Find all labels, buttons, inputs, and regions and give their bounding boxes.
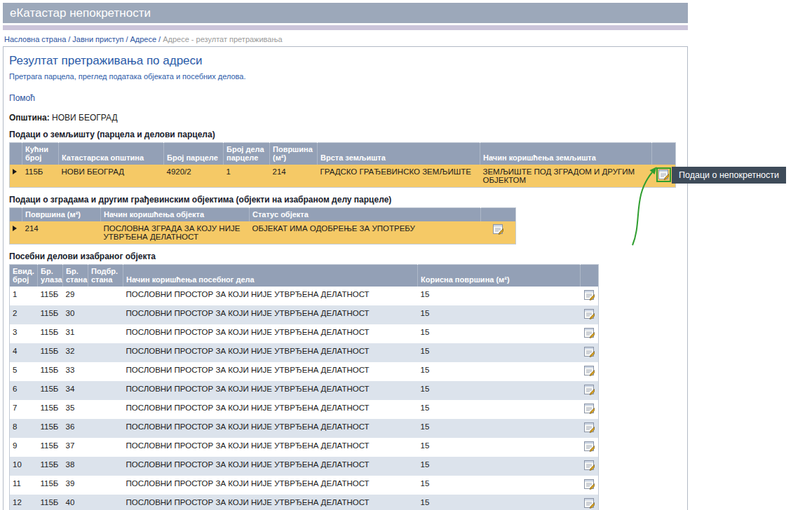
property-details-icon[interactable] (584, 404, 595, 414)
details-cell (581, 362, 599, 381)
evid-number-cell: 9 (10, 438, 38, 457)
part-usage-cell: ПОСЛОВНИ ПРОСТОР ЗА КОЈИ НИЈЕ УТВРЂЕНА Д… (123, 495, 418, 510)
property-details-icon[interactable] (584, 290, 595, 301)
property-details-icon[interactable] (584, 441, 595, 452)
evid-number-cell: 5 (10, 362, 38, 381)
buildings-table-header-row: Површина (м²) Начин коришћења објекта Ст… (10, 208, 516, 222)
selector-column-header (10, 208, 22, 222)
selector-column-header (10, 143, 22, 165)
parts-table-row[interactable]: 1 115Б 29 ПОСЛОВНИ ПРОСТОР ЗА КОЈИ НИЈЕ … (10, 287, 599, 305)
land-table-row[interactable]: 115Б НОВИ БЕОГРАД 4920/2 1 214 ГРАДСКО Г… (10, 165, 676, 188)
part-usage-cell: ПОСЛОВНИ ПРОСТОР ЗА КОЈИ НИЈЕ УТВРЂЕНА Д… (123, 438, 418, 457)
breadcrumb-current: Адресе - резултат претраживања (163, 35, 282, 43)
property-details-icon[interactable] (658, 170, 669, 180)
apartment-subnumber-cell (88, 400, 123, 419)
usable-area-cell: 15 (418, 381, 581, 400)
municipality-value: НОВИ БЕОГРАД (52, 113, 117, 123)
land-table-header-row: Кућни број Катастарска општина Број парц… (10, 143, 676, 165)
parts-table-header-row: Евид. број Бр. улаза Бр. стана Подбр. ст… (10, 265, 599, 287)
column-header: Начин коришћења земљишта (480, 143, 652, 165)
column-header: Бр. стана (63, 265, 88, 287)
parts-table-row[interactable]: 7 115Б 35 ПОСЛОВНИ ПРОСТОР ЗА КОЈИ НИЈЕ … (10, 400, 599, 419)
help-link[interactable]: Помоћ (9, 93, 35, 103)
evid-number-cell: 8 (10, 419, 38, 438)
apartment-subnumber-cell (88, 343, 123, 362)
buildings-table: Површина (м²) Начин коришћења објекта Ст… (9, 207, 516, 244)
property-details-icon[interactable] (584, 498, 595, 509)
column-header: Статус објекта (250, 208, 481, 222)
building-status-cell: ОБЈЕКАТ ИМА ОДОБРЕЊЕ ЗА УПОТРЕБУ (250, 221, 481, 244)
annotation-tooltip: Подаци о непокретности (672, 167, 786, 184)
details-cell (481, 221, 516, 244)
property-details-icon[interactable] (584, 309, 595, 319)
row-selector-cell (10, 165, 22, 188)
property-details-icon[interactable] (584, 422, 595, 433)
property-details-icon[interactable] (584, 460, 595, 471)
page-title: Резултат претраживања по адреси (9, 54, 682, 68)
details-cell (581, 381, 599, 400)
apartment-number-cell: 31 (63, 324, 88, 343)
municipality-label: Општина: (9, 113, 50, 123)
parts-table-row[interactable]: 8 115Б 36 ПОСЛОВНИ ПРОСТОР ЗА КОЈИ НИЈЕ … (10, 419, 599, 438)
land-usage-cell: ЗЕМЉИШТЕ ПОД ЗГРАДОМ И ДРУГИМ ОБЈЕКТОМ (480, 165, 652, 188)
apartment-number-cell: 29 (63, 287, 88, 305)
evid-number-cell: 4 (10, 343, 38, 362)
property-details-icon[interactable] (493, 224, 503, 235)
buildings-table-row[interactable]: 214 ПОСЛОВНА ЗГРАДА ЗА КОЈУ НИЈЕ УТВРЂЕН… (10, 221, 516, 244)
parts-table-row[interactable]: 6 115Б 34 ПОСЛОВНИ ПРОСТОР ЗА КОЈИ НИЈЕ … (10, 381, 599, 400)
parts-table-row[interactable]: 3 115Б 31 ПОСЛОВНИ ПРОСТОР ЗА КОЈИ НИЈЕ … (10, 324, 599, 343)
breadcrumb-separator: / (126, 35, 128, 43)
parcel-part-number-cell: 1 (224, 165, 270, 188)
parts-table-row[interactable]: 4 115Б 32 ПОСЛОВНИ ПРОСТОР ЗА КОЈИ НИЈЕ … (10, 343, 599, 362)
column-header: Корисна површина (м²) (418, 265, 581, 287)
apartment-subnumber-cell (88, 305, 123, 324)
parts-table-row[interactable]: 9 115Б 37 ПОСЛОВНИ ПРОСТОР ЗА КОЈИ НИЈЕ … (10, 438, 599, 457)
apartment-subnumber-cell (88, 495, 123, 510)
cadastral-municipality-cell: НОВИ БЕОГРАД (59, 165, 164, 188)
property-details-icon[interactable] (584, 366, 595, 376)
buildings-section-title: Подаци о зградама и другим грађевинским … (9, 195, 682, 205)
apartment-number-cell: 34 (63, 381, 88, 400)
details-cell (581, 476, 599, 495)
area-cell: 214 (270, 165, 318, 188)
breadcrumb-link-public-access[interactable]: Јавни приступ (72, 35, 123, 43)
usable-area-cell: 15 (418, 438, 581, 457)
apartment-subnumber-cell (88, 457, 123, 476)
breadcrumb-link-addresses[interactable]: Адресе (130, 35, 156, 43)
parts-table-row[interactable]: 5 115Б 33 ПОСЛОВНИ ПРОСТОР ЗА КОЈИ НИЈЕ … (10, 362, 599, 381)
row-selected-icon (13, 226, 17, 231)
parts-table-row[interactable]: 10 115Б 38 ПОСЛОВНИ ПРОСТОР ЗА КОЈИ НИЈЕ… (10, 457, 599, 476)
apartment-number-cell: 37 (63, 438, 88, 457)
property-details-icon[interactable] (584, 479, 595, 490)
evid-number-cell: 7 (10, 400, 38, 419)
entrance-number-cell: 115Б (38, 495, 63, 510)
land-section-title: Подаци о земљишту (парцела и делови парц… (9, 130, 682, 139)
property-details-icon[interactable] (584, 347, 595, 357)
apartment-number-cell: 32 (63, 343, 88, 362)
details-cell (581, 305, 599, 324)
evid-number-cell: 10 (10, 457, 38, 476)
evid-number-cell: 1 (10, 287, 38, 305)
usable-area-cell: 15 (418, 287, 581, 305)
apartment-number-cell: 36 (63, 419, 88, 438)
breadcrumb-link-home[interactable]: Насловна страна (4, 35, 66, 43)
usable-area-cell: 15 (418, 457, 581, 476)
apartment-subnumber-cell (88, 362, 123, 381)
part-usage-cell: ПОСЛОВНИ ПРОСТОР ЗА КОЈИ НИЈЕ УТВРЂЕНА Д… (123, 457, 418, 476)
usable-area-cell: 15 (418, 343, 581, 362)
parts-table: Евид. број Бр. улаза Бр. стана Подбр. ст… (9, 264, 599, 510)
parts-table-row[interactable]: 2 115Б 30 ПОСЛОВНИ ПРОСТОР ЗА КОЈИ НИЈЕ … (10, 305, 599, 324)
apartment-subnumber-cell (88, 381, 123, 400)
property-details-icon[interactable] (584, 328, 595, 338)
column-header: Површина (м²) (22, 208, 101, 222)
usable-area-cell: 15 (418, 419, 581, 438)
entrance-number-cell: 115Б (38, 305, 63, 324)
property-details-icon[interactable] (584, 385, 595, 395)
parts-table-row[interactable]: 11 115Б 39 ПОСЛОВНИ ПРОСТОР ЗА КОЈИ НИЈЕ… (10, 476, 599, 495)
row-selector-cell (10, 221, 22, 244)
column-header: Бр. улаза (38, 265, 63, 287)
usable-area-cell: 15 (418, 400, 581, 419)
parts-table-row[interactable]: 12 115Б 40 ПОСЛОВНИ ПРОСТОР ЗА КОЈИ НИЈЕ… (10, 495, 599, 510)
usable-area-cell: 15 (418, 495, 581, 510)
parts-section-title: Посебни делови изабраног објекта (9, 251, 682, 261)
